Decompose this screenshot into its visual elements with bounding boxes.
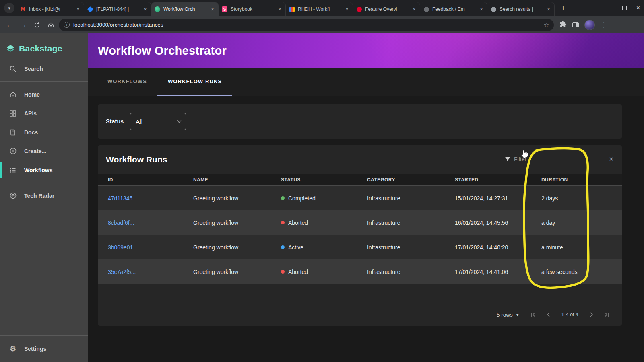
- home-icon[interactable]: [45, 19, 56, 31]
- forward-icon[interactable]: →: [18, 19, 29, 31]
- browser-menu-icon[interactable]: ⋮: [601, 21, 607, 29]
- sidebar-item-label: Home: [24, 91, 40, 98]
- tab-close-icon[interactable]: ×: [545, 6, 552, 12]
- run-status: Aborted: [281, 269, 367, 275]
- tab-title: [FLPATH-844] |: [96, 6, 139, 12]
- sidebar-divider: [0, 335, 88, 336]
- url-text[interactable]: localhost:3000/orchestrator/instances: [73, 22, 540, 28]
- toolbar-right: ⋮: [559, 20, 607, 30]
- run-id-link[interactable]: 35c7a2f5...: [108, 269, 193, 275]
- close-window-icon[interactable]: ×: [636, 5, 640, 11]
- sidebar-item-workflows[interactable]: Workflows: [0, 160, 88, 179]
- browser-tab-search-results[interactable]: Search results | ×: [487, 2, 555, 16]
- back-icon[interactable]: ←: [4, 19, 15, 31]
- run-id-link[interactable]: 47d11345...: [108, 195, 193, 202]
- next-page-icon[interactable]: [587, 311, 595, 319]
- column-header-started[interactable]: STARTED: [455, 177, 541, 183]
- sidebar-item-home[interactable]: Home: [0, 85, 88, 104]
- tab-title: Feedback / Em: [432, 6, 475, 12]
- page-title: Workflow Orchestrator: [98, 44, 227, 58]
- sidebar-item-docs[interactable]: Docs: [0, 123, 88, 142]
- tab-close-icon[interactable]: ×: [209, 6, 216, 12]
- tab-close-icon[interactable]: ×: [411, 6, 417, 12]
- gear-icon: ⚙: [9, 345, 17, 353]
- table-row[interactable]: 8cbadf6f... Greeting workflow Aborted In…: [98, 210, 622, 235]
- create-icon: [9, 147, 17, 155]
- table-row[interactable]: 47d11345... Greeting workflow Completed …: [98, 186, 622, 210]
- tab-title: RHDH - Workfl: [298, 6, 341, 12]
- tab-workflows[interactable]: WORKFLOWS: [97, 68, 157, 96]
- column-header-status[interactable]: STATUS: [281, 177, 367, 183]
- column-header-category[interactable]: CATEGORY: [367, 177, 455, 183]
- table-header-row: ID NAME STATUS CATEGORY STARTED DURATION: [98, 174, 622, 186]
- tab-title: Workflow Orch: [163, 6, 206, 12]
- orchestrator-favicon: [155, 6, 160, 12]
- run-id-link[interactable]: 3b069e01...: [108, 244, 193, 251]
- status-dot: [281, 196, 285, 200]
- browser-tab-storybook[interactable]: Storybook ×: [219, 2, 286, 16]
- run-category: Infrastructure: [367, 220, 455, 226]
- tab-search-button[interactable]: ▾: [4, 3, 14, 13]
- rows-per-page-select[interactable]: 5 rows ▼: [497, 312, 520, 318]
- side-panel-icon[interactable]: [572, 22, 579, 27]
- browser-tabstrip: ▾ Inbox - jkilzi@r × [FLPATH-844] | × Wo…: [0, 0, 644, 16]
- run-id-link[interactable]: 8cbadf6f...: [108, 220, 193, 226]
- backstage-logo[interactable]: Backstage: [0, 33, 88, 59]
- status-select[interactable]: All: [130, 113, 186, 130]
- browser-tab-rhdh[interactable]: RHDH - Workfl ×: [286, 2, 353, 16]
- sidebar-item-label: Search: [24, 66, 43, 72]
- caret-down-icon: ▼: [516, 313, 520, 317]
- clear-filter-icon[interactable]: ✕: [609, 156, 614, 163]
- previous-page-icon[interactable]: [545, 311, 553, 319]
- search-results-favicon: [491, 7, 496, 12]
- browser-tab-gmail[interactable]: Inbox - jkilzi@r ×: [17, 2, 84, 16]
- sidebar-item-tech-radar[interactable]: Tech Radar: [0, 186, 88, 205]
- sidebar-item-apis[interactable]: APIs: [0, 104, 88, 123]
- tab-workflow-runs[interactable]: WORKFLOW RUNS: [157, 68, 232, 96]
- minimize-icon[interactable]: [608, 8, 613, 8]
- column-header-id[interactable]: ID: [108, 177, 193, 183]
- run-started: 16/01/2024, 14:45:56: [455, 220, 541, 226]
- column-header-name[interactable]: NAME: [193, 177, 281, 183]
- tab-title: Storybook: [231, 6, 274, 12]
- sidebar-item-create[interactable]: Create...: [0, 142, 88, 160]
- tab-close-icon[interactable]: ×: [142, 6, 149, 12]
- profile-avatar[interactable]: [584, 20, 595, 30]
- status-dot: [281, 270, 285, 274]
- workflows-icon: [9, 166, 17, 174]
- sidebar-divider: [0, 81, 88, 82]
- extensions-icon[interactable]: [559, 21, 567, 29]
- docs-icon: [9, 128, 17, 136]
- column-header-duration[interactable]: DURATION: [541, 177, 622, 183]
- run-duration: a day: [541, 220, 622, 226]
- browser-tab-feature-overview[interactable]: Feature Overvi ×: [353, 2, 420, 16]
- tab-close-icon[interactable]: ×: [277, 6, 283, 12]
- tab-close-icon[interactable]: ×: [344, 6, 350, 12]
- runs-header: Workflow Runs ✕: [98, 145, 622, 174]
- browser-tab-feedback[interactable]: Feedback / Em ×: [420, 2, 487, 16]
- sidebar-item-settings[interactable]: ⚙ Settings: [0, 339, 88, 358]
- filter-input[interactable]: [514, 156, 606, 162]
- new-tab-button[interactable]: +: [558, 3, 568, 13]
- last-page-icon[interactable]: [603, 311, 611, 319]
- rows-per-page-value: 5 rows: [497, 312, 513, 318]
- bookmark-star-icon[interactable]: ☆: [544, 21, 549, 29]
- sidebar-divider: [0, 183, 88, 183]
- browser-tab-jira[interactable]: [FLPATH-844] | ×: [84, 2, 151, 16]
- table-row[interactable]: 3b069e01... Greeting workflow Active Inf…: [98, 235, 622, 259]
- feedback-favicon: [424, 7, 429, 12]
- maximize-icon[interactable]: [622, 6, 627, 10]
- browser-tab-workflow-orchestrator[interactable]: Workflow Orch ×: [151, 2, 219, 16]
- address-bar[interactable]: i localhost:3000/orchestrator/instances …: [59, 19, 554, 31]
- table-row[interactable]: 35c7a2f5... Greeting workflow Aborted In…: [98, 259, 622, 284]
- sidebar-item-label: Docs: [24, 129, 38, 136]
- first-page-icon[interactable]: [529, 311, 537, 319]
- site-info-icon[interactable]: i: [64, 22, 70, 28]
- sidebar: Backstage Search Home APIs Docs Create..…: [0, 33, 88, 362]
- tab-close-icon[interactable]: ×: [478, 6, 485, 12]
- sidebar-item-search[interactable]: Search: [0, 59, 88, 78]
- tab-close-icon[interactable]: ×: [75, 6, 81, 12]
- reload-icon[interactable]: [31, 19, 43, 31]
- backstage-logo-icon: [6, 44, 15, 53]
- run-name: Greeting workflow: [193, 220, 281, 226]
